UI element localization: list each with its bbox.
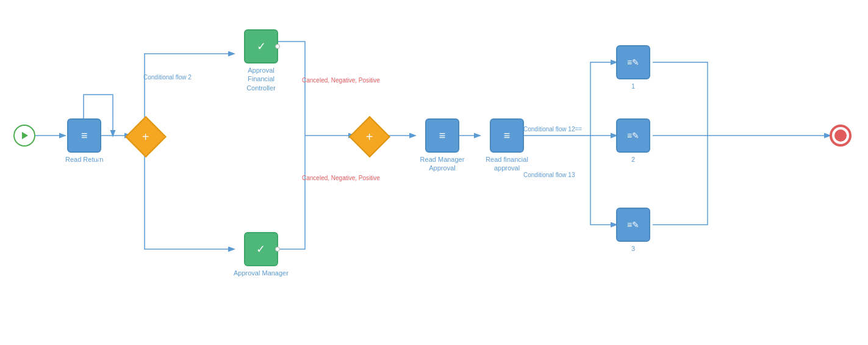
svg-line-18 — [529, 167, 531, 169]
read-manager-approval-shape: ≡ — [425, 118, 459, 153]
task1-shape: ≡✎ — [616, 45, 650, 79]
read-return-shape: ≡ — [67, 118, 101, 153]
task1-label: 1 — [631, 82, 635, 90]
start-event-shape — [13, 125, 35, 147]
approval-financial-shape: ✓ — [244, 29, 278, 64]
read-return-node[interactable]: ≡ Read Return — [65, 118, 103, 164]
task3-label: 3 — [631, 244, 635, 253]
svg-line-16 — [464, 167, 466, 169]
task2-node[interactable]: ≡✎ 2 — [616, 118, 650, 164]
read-manager-approval-node[interactable]: ≡ Read Manager Approval — [415, 118, 470, 173]
read-financial-approval-shape: ≡ — [490, 118, 524, 153]
gateway2-shape: + — [354, 121, 386, 153]
svg-marker-12 — [22, 132, 28, 139]
gateway1-shape: + — [130, 121, 162, 153]
svg-point-13 — [94, 154, 98, 158]
bpmn-canvas: ≡ Read Return + Conditional flow 2 ✓ App… — [0, 0, 868, 345]
conditional-flow2-label: Conditional flow 2 — [143, 73, 192, 81]
conditional-flow12-label: Conditional flow 12== — [523, 125, 582, 133]
canceled-negative-positive-bottom-label: Canceled, Negative, Positive — [302, 174, 380, 182]
canceled-negative-positive-top-label: Canceled, Negative, Positive — [302, 76, 380, 84]
start-event-node[interactable] — [13, 125, 35, 147]
task2-label: 2 — [631, 155, 635, 164]
approval-manager-label: Approval Manager — [234, 269, 289, 277]
svg-line-14 — [98, 158, 99, 160]
svg-point-15 — [461, 164, 464, 167]
gateway2-node[interactable]: + — [354, 121, 386, 153]
svg-point-17 — [525, 164, 529, 167]
task3-node[interactable]: ≡✎ 3 — [616, 208, 650, 253]
end-event-shape — [830, 125, 852, 147]
approval-manager-node[interactable]: ✓ Approval Manager — [234, 232, 289, 277]
end-event-node[interactable] — [830, 125, 852, 147]
task1-node[interactable]: ≡✎ 1 — [616, 45, 650, 90]
task3-shape: ≡✎ — [616, 208, 650, 242]
approval-financial-label: Approval Financial Controller — [234, 66, 289, 92]
conditional-flow13-label: Conditional flow 13 — [523, 171, 575, 179]
gateway1-node[interactable]: + — [130, 121, 162, 153]
approval-financial-node[interactable]: ✓ Approval Financial Controller — [234, 29, 289, 92]
approval-manager-shape: ✓ — [244, 232, 278, 266]
task2-shape: ≡✎ — [616, 118, 650, 153]
